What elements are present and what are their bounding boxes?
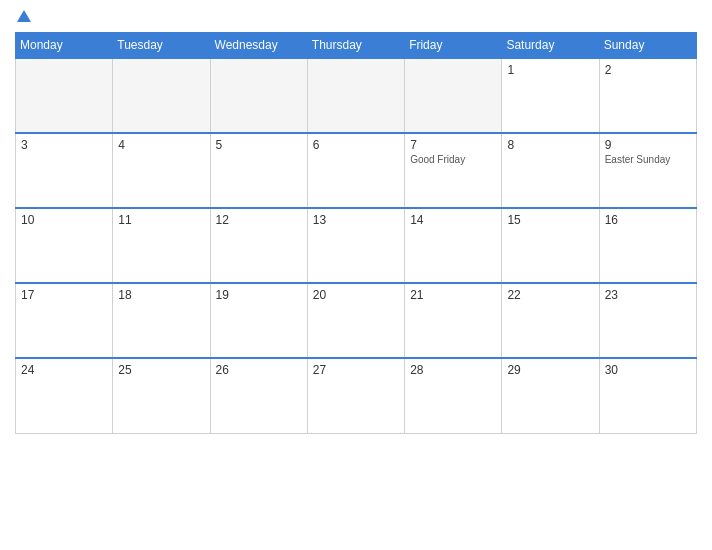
calendar-week-row: 10111213141516 (16, 208, 697, 283)
day-number: 1 (507, 63, 593, 77)
day-number: 8 (507, 138, 593, 152)
calendar-day-cell (405, 58, 502, 133)
day-number: 22 (507, 288, 593, 302)
calendar-day-cell: 28 (405, 358, 502, 433)
weekday-header: Friday (405, 33, 502, 59)
day-number: 27 (313, 363, 399, 377)
weekday-header-row: MondayTuesdayWednesdayThursdayFridaySatu… (16, 33, 697, 59)
day-number: 4 (118, 138, 204, 152)
calendar-day-cell: 10 (16, 208, 113, 283)
day-number: 10 (21, 213, 107, 227)
calendar-day-cell: 12 (210, 208, 307, 283)
calendar-day-cell (210, 58, 307, 133)
day-number: 25 (118, 363, 204, 377)
day-number: 14 (410, 213, 496, 227)
weekday-header: Monday (16, 33, 113, 59)
day-number: 17 (21, 288, 107, 302)
calendar-day-cell: 22 (502, 283, 599, 358)
calendar-day-cell: 3 (16, 133, 113, 208)
calendar-day-cell: 17 (16, 283, 113, 358)
day-number: 19 (216, 288, 302, 302)
calendar-week-row: 12 (16, 58, 697, 133)
day-number: 9 (605, 138, 691, 152)
day-number: 11 (118, 213, 204, 227)
calendar-week-row: 24252627282930 (16, 358, 697, 433)
logo-triangle-icon (17, 10, 31, 22)
calendar-day-cell: 27 (307, 358, 404, 433)
day-number: 12 (216, 213, 302, 227)
calendar-page: MondayTuesdayWednesdayThursdayFridaySatu… (0, 0, 712, 550)
day-number: 26 (216, 363, 302, 377)
day-number: 3 (21, 138, 107, 152)
day-event: Good Friday (410, 154, 496, 165)
calendar-day-cell: 16 (599, 208, 696, 283)
day-number: 28 (410, 363, 496, 377)
calendar-week-row: 34567Good Friday89Easter Sunday (16, 133, 697, 208)
day-number: 23 (605, 288, 691, 302)
day-number: 6 (313, 138, 399, 152)
calendar-table: MondayTuesdayWednesdayThursdayFridaySatu… (15, 32, 697, 434)
calendar-day-cell: 24 (16, 358, 113, 433)
calendar-day-cell: 15 (502, 208, 599, 283)
weekday-header: Thursday (307, 33, 404, 59)
weekday-header: Sunday (599, 33, 696, 59)
calendar-day-cell: 1 (502, 58, 599, 133)
calendar-day-cell: 21 (405, 283, 502, 358)
calendar-day-cell: 6 (307, 133, 404, 208)
day-number: 15 (507, 213, 593, 227)
day-number: 16 (605, 213, 691, 227)
calendar-day-cell: 26 (210, 358, 307, 433)
day-number: 13 (313, 213, 399, 227)
calendar-day-cell: 4 (113, 133, 210, 208)
day-number: 29 (507, 363, 593, 377)
weekday-header: Saturday (502, 33, 599, 59)
calendar-day-cell: 7Good Friday (405, 133, 502, 208)
day-number: 20 (313, 288, 399, 302)
calendar-day-cell: 2 (599, 58, 696, 133)
calendar-day-cell: 13 (307, 208, 404, 283)
calendar-day-cell: 30 (599, 358, 696, 433)
weekday-header: Tuesday (113, 33, 210, 59)
day-event: Easter Sunday (605, 154, 691, 165)
calendar-day-cell: 20 (307, 283, 404, 358)
calendar-day-cell: 19 (210, 283, 307, 358)
calendar-day-cell: 23 (599, 283, 696, 358)
calendar-day-cell: 29 (502, 358, 599, 433)
calendar-day-cell: 25 (113, 358, 210, 433)
calendar-day-cell: 14 (405, 208, 502, 283)
day-number: 5 (216, 138, 302, 152)
day-number: 30 (605, 363, 691, 377)
calendar-day-cell: 8 (502, 133, 599, 208)
day-number: 21 (410, 288, 496, 302)
day-number: 7 (410, 138, 496, 152)
calendar-day-cell (16, 58, 113, 133)
day-number: 24 (21, 363, 107, 377)
calendar-day-cell: 18 (113, 283, 210, 358)
calendar-week-row: 17181920212223 (16, 283, 697, 358)
calendar-day-cell: 11 (113, 208, 210, 283)
calendar-day-cell (113, 58, 210, 133)
calendar-day-cell (307, 58, 404, 133)
logo (15, 10, 31, 22)
calendar-header (15, 10, 697, 22)
calendar-day-cell: 5 (210, 133, 307, 208)
day-number: 2 (605, 63, 691, 77)
weekday-header: Wednesday (210, 33, 307, 59)
calendar-day-cell: 9Easter Sunday (599, 133, 696, 208)
day-number: 18 (118, 288, 204, 302)
